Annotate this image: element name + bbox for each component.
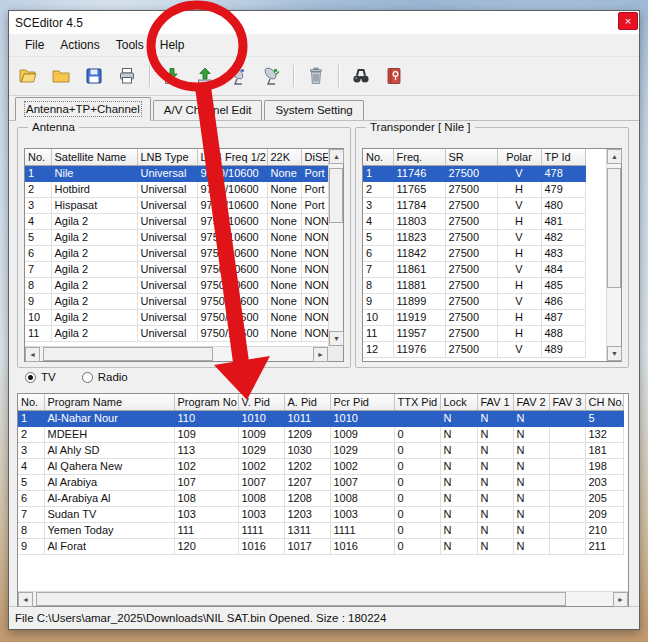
status-bar: File C:\Users\amar_2025\Downloads\NIL SA… xyxy=(9,606,639,629)
scrollbar-track[interactable] xyxy=(33,592,613,606)
table-row[interactable]: 7Agila 2Universal9750/10600NoneNONE xyxy=(25,262,328,278)
transponder-config-button[interactable] xyxy=(258,63,284,89)
table-row[interactable]: 6Al-Arabiya Al1081008120810080NNN205 xyxy=(18,491,623,507)
column-header[interactable]: LNB Freq 1/2 xyxy=(197,149,267,166)
new-file-button[interactable] xyxy=(48,63,74,89)
table-row[interactable]: 4Agila 2Universal9750/10600NoneNONE xyxy=(25,214,328,230)
table-row[interactable]: 61184227500H483 xyxy=(363,246,585,262)
table-row[interactable]: 5Agila 2Universal9750/10600NoneNONE xyxy=(25,230,328,246)
column-header[interactable]: Program Name xyxy=(44,394,174,411)
table-row[interactable]: 9Agila 2Universal9750/10600NoneNONE xyxy=(25,294,328,310)
table-row[interactable]: 4Al Qahera New1021002120210020NNN198 xyxy=(18,459,623,475)
column-header[interactable]: Polar xyxy=(497,149,541,166)
column-header[interactable]: A. Pid xyxy=(284,394,330,411)
table-row[interactable]: 101191927500H487 xyxy=(363,310,585,326)
column-header[interactable]: Lock xyxy=(440,394,477,411)
table-row[interactable]: 81188127500H485 xyxy=(363,278,585,294)
table-row[interactable]: 31178427500V480 xyxy=(363,198,585,214)
scrollbar-thumb[interactable] xyxy=(329,168,343,223)
table-row[interactable]: 10Agila 2Universal9750/10600NoneNONE xyxy=(25,310,328,326)
save-button[interactable] xyxy=(81,63,107,89)
scrollbar-track[interactable] xyxy=(329,164,343,331)
table-row[interactable]: 1Al-Nahar Nour110101010111010NNN5 xyxy=(18,411,623,427)
column-header[interactable]: CH No. xyxy=(585,394,623,411)
scrollbar-thumb[interactable] xyxy=(36,592,566,606)
close-button[interactable]: × xyxy=(618,12,638,30)
tab-system-setting[interactable]: System Setting xyxy=(264,100,363,120)
column-header[interactable]: TP Id xyxy=(541,149,585,166)
column-header[interactable]: No. xyxy=(363,149,393,166)
table-row[interactable]: 21176527500H479 xyxy=(363,182,585,198)
channel-horizontal-scrollbar[interactable]: ◄ ► xyxy=(18,591,628,606)
menu-file[interactable]: File xyxy=(17,35,52,55)
open-file-button[interactable] xyxy=(15,63,41,89)
tab-av-channel-edit[interactable]: A/V Channel Edit xyxy=(153,100,263,120)
table-row[interactable]: 121197627500V489 xyxy=(363,342,585,358)
table-row[interactable]: 11Agila 2Universal9750/10600NoneNONE xyxy=(25,326,328,342)
toolbar-separator xyxy=(293,65,294,87)
menu-help[interactable]: Help xyxy=(152,35,193,55)
column-header[interactable]: FAV 3 xyxy=(549,394,585,411)
about-button[interactable] xyxy=(381,63,407,89)
scroll-down-icon[interactable]: ▼ xyxy=(329,331,344,346)
table-row[interactable]: 5Al Arabiya1071007120710070NNN203 xyxy=(18,475,623,491)
column-header[interactable]: FAV 1 xyxy=(477,394,513,411)
menu-tools[interactable]: Tools xyxy=(108,35,152,55)
table-row[interactable]: 6Agila 2Universal9750/10600NoneNONE xyxy=(25,246,328,262)
scrollbar-thumb[interactable] xyxy=(607,168,621,288)
tab-antenna-tp-channel[interactable]: Antenna+TP+Channel xyxy=(15,97,151,121)
transponder-vertical-scrollbar[interactable]: ▲ ▼ xyxy=(606,149,621,361)
scroll-up-icon[interactable]: ▲ xyxy=(607,149,622,164)
table-row[interactable]: 3Al Ahly SD1131029103010290NNN181 xyxy=(18,443,623,459)
print-button[interactable] xyxy=(114,63,140,89)
table-row[interactable]: 111195727500H488 xyxy=(363,326,585,342)
table-row[interactable]: 8Agila 2Universal9750/10600NoneNONE xyxy=(25,278,328,294)
scroll-left-icon[interactable]: ◄ xyxy=(18,592,33,607)
scroll-left-icon[interactable]: ◄ xyxy=(25,347,40,362)
column-header[interactable]: FAV 2 xyxy=(513,394,549,411)
table-row[interactable]: 41180327500H481 xyxy=(363,214,585,230)
column-header[interactable]: TTX Pid xyxy=(394,394,440,411)
table-row[interactable]: 51182327500V482 xyxy=(363,230,585,246)
column-header[interactable]: SR xyxy=(445,149,497,166)
column-header[interactable]: Freq. xyxy=(393,149,445,166)
table-row[interactable]: 1NileUniversal9750/10600NonePort xyxy=(25,166,328,182)
table-cell: 1010 xyxy=(330,411,394,427)
column-header[interactable]: Pcr Pid xyxy=(330,394,394,411)
table-row[interactable]: 71186127500V484 xyxy=(363,262,585,278)
scroll-right-icon[interactable]: ► xyxy=(613,592,628,607)
scroll-right-icon[interactable]: ► xyxy=(313,347,328,362)
column-header[interactable]: Program No xyxy=(174,394,238,411)
column-header[interactable]: No. xyxy=(18,394,44,411)
table-row[interactable]: 7Sudan TV1031003120310030NNN209 xyxy=(18,507,623,523)
table-row[interactable]: 8Yemen Today1111111131111110NNN210 xyxy=(18,523,623,539)
scrollbar-track[interactable] xyxy=(607,164,621,346)
column-header[interactable]: No. xyxy=(25,149,51,166)
scrollbar-thumb[interactable] xyxy=(43,347,213,361)
radio-radio-option[interactable]: Radio xyxy=(82,371,128,383)
column-header[interactable]: LNB Type xyxy=(137,149,197,166)
column-header[interactable]: DiSE xyxy=(301,149,328,166)
title-bar[interactable]: SCEditor 4.5 × xyxy=(9,11,639,34)
column-header[interactable]: Satellite Name xyxy=(51,149,137,166)
table-row[interactable]: 9Al Forat1201016101710160NNN211 xyxy=(18,539,623,555)
column-header[interactable]: V. Pid xyxy=(238,394,284,411)
column-header[interactable]: 22K xyxy=(267,149,301,166)
table-row[interactable]: 2MDEEH1091009120910090NNN132 xyxy=(18,427,623,443)
search-button[interactable] xyxy=(348,63,374,89)
antenna-vertical-scrollbar[interactable]: ▲ ▼ xyxy=(328,149,343,346)
satellite-config-button[interactable] xyxy=(225,63,251,89)
table-row[interactable]: 2HotbirdUniversal9750/10600NonePort xyxy=(25,182,328,198)
write-to-device-button[interactable] xyxy=(192,63,218,89)
table-row[interactable]: 91189927500V486 xyxy=(363,294,585,310)
table-row[interactable]: 11174627500V478 xyxy=(363,166,585,182)
table-row[interactable]: 3HispasatUniversal9750/10600NonePort xyxy=(25,198,328,214)
delete-button[interactable] xyxy=(303,63,329,89)
scroll-up-icon[interactable]: ▲ xyxy=(329,149,344,164)
scrollbar-track[interactable] xyxy=(40,347,313,361)
read-from-device-button[interactable] xyxy=(159,63,185,89)
scroll-down-icon[interactable]: ▼ xyxy=(607,346,622,361)
tv-radio-option[interactable]: TV xyxy=(25,371,56,383)
antenna-horizontal-scrollbar[interactable]: ◄ ► xyxy=(25,346,328,361)
menu-actions[interactable]: Actions xyxy=(52,35,107,55)
